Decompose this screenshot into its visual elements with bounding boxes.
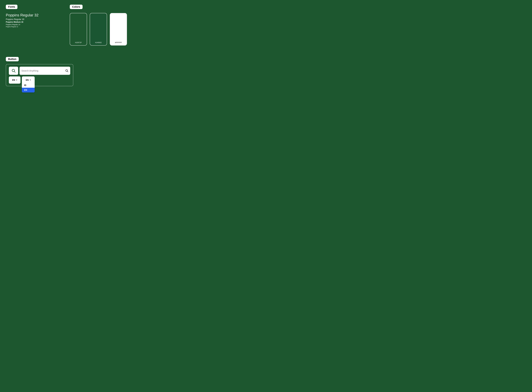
svg-line-3 [67, 71, 68, 72]
swatch-3-label: #FFFFFF [115, 42, 122, 43]
colors-label: Colors [70, 5, 83, 9]
fonts-label: Fonts [6, 5, 17, 9]
fonts-section: Fonts Poppins Regular 32 Poppins Regular… [6, 5, 38, 28]
font-sample-12: Poppins Regular 12 [6, 26, 38, 28]
search-submit-button[interactable] [65, 69, 68, 73]
search-submit-icon [65, 69, 68, 73]
search-icon [11, 69, 16, 73]
color-swatches: #1D572F #1A5632 #FFFFFF [70, 13, 127, 46]
search-input-container [19, 67, 70, 75]
demo-row-search [9, 67, 70, 75]
font-sample-18: Poppins Regular 18 [6, 18, 38, 21]
color-swatch-ffffff: #FFFFFF [110, 13, 127, 46]
lang-dropdown-menu: ID EN [22, 83, 35, 93]
lang-option-id[interactable]: ID [22, 83, 35, 88]
colors-section: Colors #1D572F #1A5632 #FFFFFF [70, 5, 127, 46]
color-swatch-1d572f: #1D572F [70, 13, 87, 46]
font-sample-14: Poppins Regular 14 [6, 23, 38, 25]
button-label: Button [6, 57, 19, 61]
lang-dropdown-trigger[interactable]: EN [22, 76, 35, 84]
lang-dropdown-value: EN [26, 79, 28, 81]
search-icon-button[interactable] [9, 67, 18, 75]
button-demo-box: EN EN ID EN [6, 64, 73, 86]
button-section: Button [6, 57, 73, 86]
swatch-2-label: #1A5632 [95, 42, 102, 43]
lang-select-simple[interactable]: EN [9, 76, 20, 84]
lang-select-dropdown: EN ID EN [22, 76, 35, 84]
lang-simple-value: EN [12, 79, 15, 81]
demo-row-lang: EN EN ID EN [9, 76, 70, 84]
color-swatch-1a5632: #1A5632 [90, 13, 107, 46]
svg-line-1 [14, 71, 15, 72]
font-sample-16: Poppins Medium 16 [6, 21, 38, 23]
search-input[interactable] [21, 70, 65, 72]
swatch-1-label: #1D572F [75, 42, 82, 43]
font-sample-32: Poppins Regular 32 [6, 13, 38, 18]
lang-option-en[interactable]: EN [22, 88, 35, 93]
lang-simple-chevron-icon [16, 80, 17, 80]
lang-dropdown-chevron-icon [30, 80, 31, 80]
